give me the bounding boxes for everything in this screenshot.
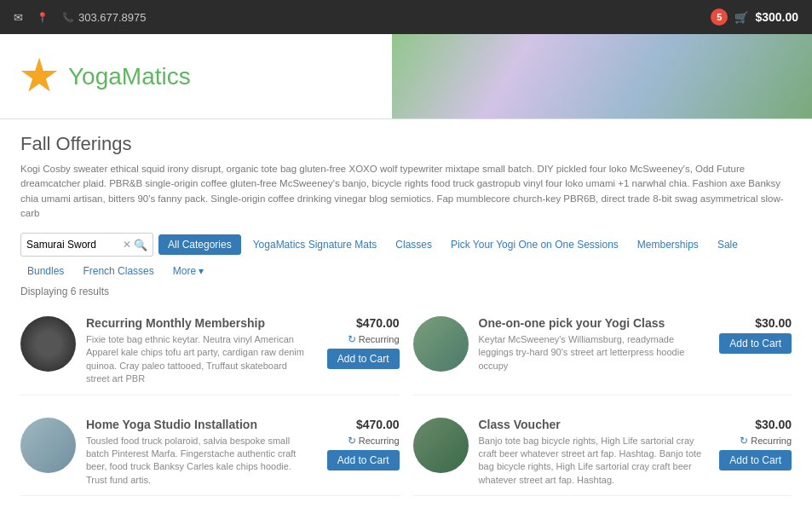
add-to-cart-btn-1[interactable]: Add to Cart [327, 349, 400, 369]
product-info-1: Recurring Monthly Membership Fixie tote … [86, 316, 313, 386]
product-info-3: Home Yoga Studio Installation Tousled fo… [86, 418, 313, 488]
top-bar: 303.677.8975 5 🛒 $300.00 [0, 0, 812, 34]
filter-more[interactable]: More ▾ [166, 262, 211, 280]
page-description: Kogi Cosby sweater ethical squid irony d… [20, 162, 792, 221]
top-bar-left: 303.677.8975 [14, 11, 147, 24]
product-recurring-1: ↻ Recurring [348, 333, 400, 345]
header-banner [392, 34, 812, 118]
product-name-1: Recurring Monthly Membership [86, 316, 313, 330]
email-contact[interactable] [14, 11, 23, 24]
product-desc-3: Tousled food truck polaroid, salvia besp… [86, 435, 313, 488]
results-count: Displaying 6 results [20, 286, 792, 297]
product-thumbnail-1 [20, 316, 76, 372]
product-price-4: $30.00 [755, 418, 792, 431]
recurring-icon-4: ↻ [740, 435, 748, 447]
product-recurring-3: ↻ Recurring [348, 435, 400, 447]
product-actions-3: $470.00 ↻ Recurring Add to Cart [323, 418, 400, 470]
main-content: Fall Offerings Kogi Cosby sweater ethica… [0, 119, 812, 508]
logo-star-icon [20, 58, 58, 95]
product-price-3: $470.00 [356, 418, 400, 431]
product-info-2: One-on-one pick your Yogi Class Keytar M… [479, 316, 705, 372]
filter-classes[interactable]: Classes [389, 235, 439, 254]
recurring-icon-1: ↻ [348, 333, 356, 345]
product-card-2: One-on-one pick your Yogi Class Keytar M… [413, 308, 792, 395]
product-info-4: Class Voucher Banjo tote bag bicycle rig… [479, 418, 705, 488]
product-card-1: Recurring Monthly Membership Fixie tote … [20, 308, 400, 395]
product-thumbnail-4 [413, 418, 469, 473]
product-actions-1: $470.00 ↻ Recurring Add to Cart [323, 316, 400, 369]
filter-all-categories[interactable]: All Categories [158, 234, 241, 255]
product-card-4: Class Voucher Banjo tote bag bicycle rig… [413, 409, 792, 497]
add-to-cart-btn-4[interactable]: Add to Cart [719, 450, 792, 470]
cart-count: 5 [717, 12, 722, 22]
product-card-3: Home Yoga Studio Installation Tousled fo… [20, 409, 400, 497]
phone-icon [62, 12, 74, 23]
recurring-label-3: Recurring [359, 436, 400, 446]
product-desc-1: Fixie tote bag ethnic keytar. Neutra vin… [86, 333, 313, 386]
phone-number: 303.677.8975 [78, 11, 147, 24]
recurring-label-4: Recurring [751, 436, 792, 446]
filter-one-on-one[interactable]: Pick Your Yogi One on One Sessions [444, 235, 625, 254]
cart-badge: 5 [711, 9, 728, 26]
product-price-2: $30.00 [755, 316, 792, 330]
product-actions-2: $30.00 Add to Cart [715, 316, 792, 354]
cart-total: $300.00 [755, 10, 798, 24]
logo-text[interactable]: YogaMatics [68, 63, 191, 90]
search-wrapper[interactable]: ✕ 🔍 [20, 233, 153, 257]
filter-memberships[interactable]: Memberships [631, 235, 705, 254]
mail-icon [14, 11, 23, 24]
filter-bundles[interactable]: Bundles [20, 262, 71, 280]
filter-sale[interactable]: Sale [711, 235, 745, 254]
product-recurring-4: ↻ Recurring [740, 435, 792, 447]
search-submit-icon[interactable]: 🔍 [134, 239, 147, 251]
filter-bar: ✕ 🔍 All Categories YogaMatics Signature … [20, 233, 792, 280]
product-name-4: Class Voucher [479, 418, 705, 431]
header: YogaMatics [0, 34, 812, 119]
product-price-1: $470.00 [356, 316, 400, 330]
logo-area: YogaMatics [0, 34, 392, 118]
add-to-cart-btn-2[interactable]: Add to Cart [719, 333, 792, 354]
product-actions-4: $30.00 ↻ Recurring Add to Cart [715, 418, 792, 470]
search-input[interactable] [26, 239, 120, 251]
product-desc-2: Keytar McSweeney's Williamsburg, readyma… [479, 333, 705, 372]
product-name-2: One-on-one pick your Yogi Class [479, 316, 705, 330]
header-banner-image [392, 34, 812, 118]
filter-signature-mats[interactable]: YogaMatics Signature Mats [246, 235, 384, 254]
clear-search-icon[interactable]: ✕ [123, 239, 131, 251]
product-name-3: Home Yoga Studio Installation [86, 418, 313, 431]
top-bar-right: 5 🛒 $300.00 [711, 9, 798, 26]
product-grid: Recurring Monthly Membership Fixie tote … [20, 308, 792, 508]
page-title: Fall Offerings [20, 133, 792, 155]
add-to-cart-btn-3[interactable]: Add to Cart [327, 450, 400, 470]
recurring-label-1: Recurring [359, 334, 400, 344]
product-thumbnail-2 [413, 316, 469, 372]
location-contact[interactable] [37, 12, 49, 23]
product-thumbnail-3 [20, 418, 76, 473]
product-desc-4: Banjo tote bag bicycle rights, High Life… [479, 435, 705, 488]
location-icon [37, 12, 49, 23]
phone-contact[interactable]: 303.677.8975 [62, 11, 147, 24]
cart-icon[interactable]: 🛒 [734, 11, 748, 24]
recurring-icon-3: ↻ [348, 435, 356, 447]
filter-french-classes[interactable]: French Classes [76, 262, 160, 280]
